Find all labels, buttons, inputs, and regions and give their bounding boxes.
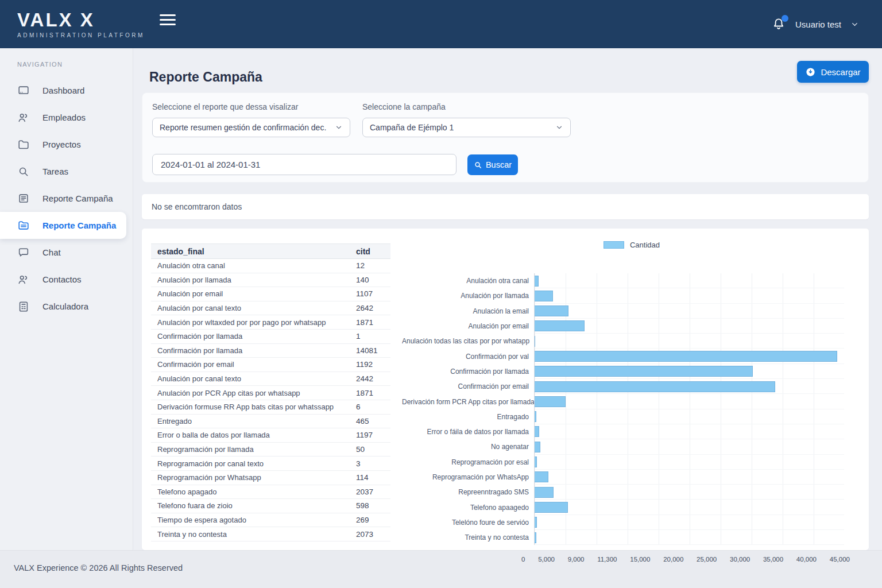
- cell-estado-final: Confirmación por llamada: [151, 346, 352, 355]
- user-menu[interactable]: Usuario test: [795, 20, 841, 29]
- app-logo-subtitle: ADMINISTRATION PLATFORM: [17, 32, 145, 38]
- cell-estado-final: Anulación por canal texto: [151, 374, 352, 383]
- x-axis-tick: 11,300: [597, 556, 617, 563]
- chart-bar: [535, 396, 566, 407]
- chart-bar: [535, 426, 539, 437]
- sidebar-item-label: Contactos: [42, 274, 82, 284]
- chart-plot-area: Anulación otra canalAnulación por llamad…: [402, 273, 861, 545]
- legend-label: Cantidad: [630, 241, 660, 249]
- table-row: Anulación por wltaxded por por pago por …: [151, 315, 390, 330]
- table-row: Anulación por llamada140: [151, 273, 390, 288]
- cell-citd: 50: [352, 445, 389, 454]
- chart-bar-row: Confirmación por llamada: [402, 364, 861, 379]
- cell-citd: 1871: [352, 318, 389, 327]
- cell-estado-final: Error o balla de datos por llamada: [151, 431, 352, 439]
- dashboard-icon: [17, 84, 30, 97]
- chart-track: [534, 394, 844, 409]
- table-row: Anulación por canal texto2642: [151, 301, 390, 316]
- sidebar-item-label: Reporte Campaña: [42, 194, 113, 203]
- chart-bar-row: Repreenntragado SMS: [402, 485, 861, 500]
- chart-category-label: Reprogramación por WhatsApp: [402, 473, 534, 481]
- chart-bar-row: Confirmación por val: [402, 349, 861, 363]
- table-row: Anulación por email1107: [151, 287, 390, 301]
- table-row: Reprogramación por canal texto3: [151, 457, 390, 471]
- x-axis-tick: 15,000: [630, 556, 650, 563]
- table-row: Confirmación por email1192: [151, 358, 390, 372]
- legend-swatch: [604, 241, 624, 249]
- sidebar-item-tareas[interactable]: Tareas: [0, 158, 133, 185]
- cell-citd: 2442: [352, 374, 389, 383]
- table-row: Telefono fuara de zioio598: [151, 499, 390, 513]
- report-icon: [17, 192, 30, 205]
- cell-citd: 1197: [352, 431, 389, 439]
- report-select-label: Seleccione el reporte que dessa visaliza…: [152, 102, 298, 111]
- chart-legend: Cantidad: [402, 240, 861, 249]
- bar-chart: Cantidad Anulación otra canalAnulación p…: [402, 240, 861, 545]
- chart-track: [534, 304, 844, 319]
- x-axis-tick: 0: [521, 556, 525, 563]
- table-row: Anulación por PCR App citas por whatsapp…: [151, 386, 390, 400]
- cell-citd: 3: [352, 459, 389, 468]
- cell-estado-final: Anulación por wltaxded por por pago por …: [151, 318, 352, 327]
- chat-icon: [17, 246, 30, 259]
- page-title: Reporte Campaña: [149, 69, 262, 85]
- x-axis-tick: 30,000: [730, 556, 750, 563]
- chart-bar-row: Telefono apaagedo: [402, 500, 861, 514]
- chevron-down-icon: [335, 123, 343, 131]
- sidebar-item-calculadora[interactable]: Calculadora: [0, 293, 133, 320]
- download-button[interactable]: Descargar: [797, 61, 869, 83]
- date-range-input[interactable]: [152, 154, 457, 175]
- chart-track: [534, 288, 844, 303]
- chart-category-label: Anulación todas las citas por por whatap…: [402, 337, 534, 345]
- chart-track: [534, 364, 844, 379]
- chart-bar-row: Error o fáila de datos por llamada: [402, 424, 861, 439]
- x-axis-tick: 20,000: [663, 556, 683, 563]
- chart-bar: [535, 291, 553, 301]
- chart-bar: [535, 320, 585, 331]
- cell-estado-final: Anulación por llamada: [151, 276, 352, 284]
- folder-open-icon: [17, 219, 30, 232]
- column-header-estado-final: estado_final: [151, 247, 352, 256]
- download-icon: [805, 67, 816, 78]
- chart-x-axis: 05,0009,00011,30015,00020,00025,00030,00…: [521, 556, 850, 563]
- sidebar-item-label: Proyectos: [42, 140, 81, 149]
- search-button[interactable]: Buscar: [467, 154, 518, 175]
- chart-bar-row: Anulación otra canal: [402, 273, 861, 288]
- chart-category-label: Telelóno foure de servióo: [402, 519, 534, 527]
- menu-toggle-icon[interactable]: [160, 14, 176, 25]
- chart-bar-row: Telelóno foure de servióo: [402, 515, 861, 530]
- chart-track: [534, 485, 844, 500]
- chart-bar: [535, 517, 537, 528]
- cell-citd: 1107: [352, 289, 389, 298]
- chart-category-label: Reprogramación por esal: [402, 458, 534, 466]
- table-row: Treinta y no contesta2073: [151, 527, 390, 541]
- cell-estado-final: Reprogramación por canal texto: [151, 459, 352, 468]
- cell-estado-final: Anulación por email: [151, 289, 352, 298]
- cell-estado-final: Tiempo de espera agotado: [151, 516, 352, 524]
- sidebar-item-chat[interactable]: Chat: [0, 239, 133, 266]
- report-select[interactable]: Reporte resumen gestión de confirmación …: [152, 118, 350, 137]
- notification-badge: [782, 15, 788, 22]
- chart-bar: [535, 336, 535, 347]
- sidebar-item-contactos[interactable]: Contactos: [0, 266, 133, 293]
- cell-estado-final: Reprogramación por llamada: [151, 445, 352, 454]
- cell-estado-final: Anulación por canal texto: [151, 304, 352, 312]
- cell-estado-final: Entregado: [151, 417, 352, 425]
- chevron-down-icon[interactable]: [850, 20, 859, 29]
- table-row: Tiempo de espera agotado269: [151, 513, 390, 528]
- cell-citd: 1: [352, 332, 389, 341]
- notifications-bell-icon[interactable]: [771, 17, 786, 32]
- sidebar-item-reporte-campana-2[interactable]: Reporte Campaña: [0, 212, 126, 239]
- chart-category-label: Entragado: [402, 413, 534, 421]
- chart-bar: [535, 502, 568, 513]
- search-icon: [17, 165, 30, 178]
- table-row: Entregado465: [151, 415, 390, 429]
- sidebar-item-empleados[interactable]: Empleados: [0, 104, 133, 131]
- x-axis-tick: 9,000: [568, 556, 585, 563]
- campaign-select[interactable]: Campaña de Ejémplo 1: [362, 118, 571, 137]
- chart-bar-row: Treinta y no contesta: [402, 530, 861, 545]
- sidebar-item-proyectos[interactable]: Proyectos: [0, 131, 133, 158]
- sidebar-item-reporte-campana[interactable]: Reporte Campaña: [0, 185, 133, 212]
- chart-bar: [535, 442, 540, 452]
- sidebar-item-dashboard[interactable]: Dashboard: [0, 77, 133, 104]
